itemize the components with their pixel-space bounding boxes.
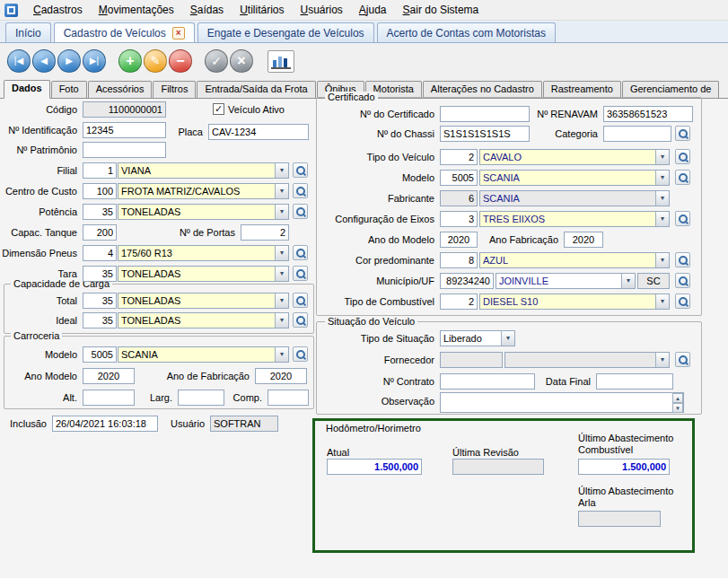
cor-code-field[interactable]: 8 [440, 252, 478, 268]
patrimonio-field[interactable] [83, 142, 166, 158]
potencia-search-button[interactable] [293, 204, 308, 219]
config-eixos-code-field[interactable]: 3 [440, 211, 478, 227]
carroceria-larg-field[interactable] [178, 390, 224, 406]
menu-usuarios[interactable]: Usuários [292, 1, 350, 19]
tara-code-field[interactable]: 35 [83, 266, 117, 282]
observacao-scrollbar[interactable] [672, 393, 683, 413]
dimensao-pneus-code-field[interactable]: 4 [83, 245, 117, 261]
centro-custo-combo[interactable]: FROTA MATRIZ/CAVALOS [118, 183, 289, 199]
menu-utilitarios[interactable]: Utilitários [232, 1, 292, 19]
cert-ano-modelo-field[interactable]: 2020 [440, 232, 478, 248]
tipo-veiculo-search-button[interactable] [675, 149, 690, 164]
tab-filtros[interactable]: Filtros [153, 81, 196, 98]
add-button[interactable]: + [118, 49, 142, 73]
nav-last-button[interactable]: ▶| [83, 49, 106, 73]
chart-button[interactable] [268, 50, 294, 73]
menu-ajuda[interactable]: Ajuda [351, 1, 395, 19]
potencia-code-field[interactable]: 35 [83, 204, 117, 220]
filial-combo[interactable]: VIANA [118, 162, 289, 179]
tab-dados[interactable]: Dados [4, 80, 50, 99]
tab-acessorios[interactable]: Acessórios [88, 81, 153, 98]
fornecedor-search-button[interactable] [675, 352, 690, 367]
tab-gerenciamento[interactable]: Gerenciamento de [622, 81, 720, 98]
combustivel-combo[interactable]: DIESEL S10 [479, 293, 670, 310]
centro-custo-code-field[interactable]: 100 [83, 183, 117, 199]
carroceria-ano-fabricacao-field[interactable]: 2020 [255, 368, 307, 384]
ult-abastecimento-combustivel-field[interactable]: 1.500,000 [578, 459, 670, 475]
tab-rastreamento[interactable]: Rastreamento [543, 81, 621, 98]
filial-search-button[interactable] [293, 162, 308, 178]
capacidade-ideal-search-button[interactable] [293, 312, 308, 328]
chassi-field[interactable]: S1S1S1S1S1S [440, 126, 530, 142]
edit-button[interactable]: ✎ [144, 49, 167, 73]
categoria-search-button[interactable] [675, 126, 690, 141]
tipo-veiculo-combo[interactable]: CAVALO [479, 149, 670, 165]
dimensao-pneus-search-button[interactable] [293, 245, 308, 260]
menu-saidas[interactable]: Saídas [182, 1, 232, 19]
plus-icon: + [119, 50, 141, 72]
municipio-code-field[interactable]: 89234240 [440, 273, 494, 289]
doctab-engate-desengate[interactable]: Engate e Desengate de Veículos [197, 22, 374, 42]
scroll-up-icon [672, 393, 683, 403]
cert-ano-fabricacao-field[interactable]: 2020 [564, 232, 603, 248]
tara-combo[interactable]: TONELADAS [118, 266, 289, 282]
doctab-acerto-contas[interactable]: Acerto de Contas com Motoristas [377, 22, 556, 42]
nav-first-button[interactable]: |◀ [7, 49, 31, 73]
municipio-search-button[interactable] [675, 273, 690, 288]
combustivel-code-field[interactable]: 2 [440, 293, 478, 310]
carroceria-comp-field[interactable] [268, 390, 309, 406]
doctab-inicio[interactable]: Início [5, 22, 51, 42]
menu-movimentacoes[interactable]: Movimentações [91, 1, 182, 19]
tab-foto[interactable]: Foto [51, 81, 87, 98]
carroceria-modelo-search-button[interactable] [293, 346, 308, 362]
placa-field[interactable]: CAV-1234 [208, 124, 309, 140]
carroceria-ano-modelo-field[interactable]: 2020 [83, 368, 135, 384]
capac-tanque-field[interactable]: 200 [83, 224, 117, 241]
hodometro-atual-field[interactable]: 1.500,000 [327, 459, 422, 475]
tab-entrada-saida-da-frota[interactable]: Entrada/Saída da Frota [197, 81, 315, 98]
tipo-situacao-select[interactable]: Liberado [440, 330, 515, 346]
cor-combo[interactable]: AZUL [479, 252, 670, 268]
menu-sair-do-sistema[interactable]: Sair do Sistema [395, 1, 487, 19]
cancel-button[interactable]: × [230, 49, 253, 73]
capacidade-total-search-button[interactable] [293, 293, 308, 308]
config-eixos-combo[interactable]: TRES EIIXOS [479, 211, 670, 227]
num-certificado-field[interactable] [440, 106, 530, 122]
confirm-button[interactable]: ✓ [205, 49, 228, 73]
tab-alteracoes-no-cadastro[interactable]: Alterações no Cadastro [423, 81, 542, 98]
carroceria-modelo-combo[interactable]: SCANIA [118, 346, 289, 363]
combustivel-search-button[interactable] [675, 293, 690, 309]
data-final-field[interactable] [596, 373, 673, 390]
carroceria-modelo-code-field[interactable]: 5005 [83, 346, 117, 363]
config-eixos-search-button[interactable] [675, 211, 690, 226]
dimensao-pneus-combo[interactable]: 175/60 R13 [118, 245, 289, 261]
menu-cadastros[interactable]: Cadastros [25, 1, 91, 19]
veiculo-ativo-checkbox[interactable]: ✓ [213, 103, 224, 115]
capacidade-total-label: Total [0, 293, 79, 309]
capacidade-total-code-field[interactable]: 35 [83, 293, 117, 309]
carroceria-alt-field[interactable] [83, 390, 135, 406]
close-tab-icon[interactable] [172, 27, 185, 39]
capacidade-ideal-combo[interactable]: TONELADAS [118, 312, 289, 328]
potencia-combo[interactable]: TONELADAS [118, 204, 289, 220]
cert-modelo-search-button[interactable] [675, 170, 690, 185]
cert-modelo-code-field[interactable]: 5005 [440, 170, 478, 186]
municipio-combo[interactable]: JOINVILLE [496, 273, 636, 289]
delete-button[interactable]: − [169, 49, 192, 73]
tara-search-button[interactable] [293, 266, 308, 281]
centro-custo-search-button[interactable] [293, 183, 308, 198]
filial-code-field[interactable]: 1 [83, 162, 117, 179]
renavam-field[interactable]: 36358651523 [603, 106, 693, 122]
tipo-veiculo-code-field[interactable]: 2 [440, 149, 478, 165]
categoria-field[interactable] [603, 126, 671, 142]
num-portas-field[interactable]: 2 [241, 224, 289, 241]
capacidade-total-combo[interactable]: TONELADAS [118, 293, 289, 309]
identificacao-field[interactable]: 12345 [83, 122, 166, 138]
observacao-field[interactable] [440, 392, 684, 413]
nav-next-button[interactable]: ▶ [57, 49, 81, 73]
nav-prev-button[interactable]: ◀ [32, 49, 56, 73]
cor-search-button[interactable] [675, 252, 690, 267]
cert-modelo-combo[interactable]: SCANIA [479, 170, 670, 186]
doctab-cadastro-de-veiculos[interactable]: Cadastro de Veículos [54, 22, 195, 42]
capacidade-ideal-code-field[interactable]: 35 [83, 312, 117, 328]
